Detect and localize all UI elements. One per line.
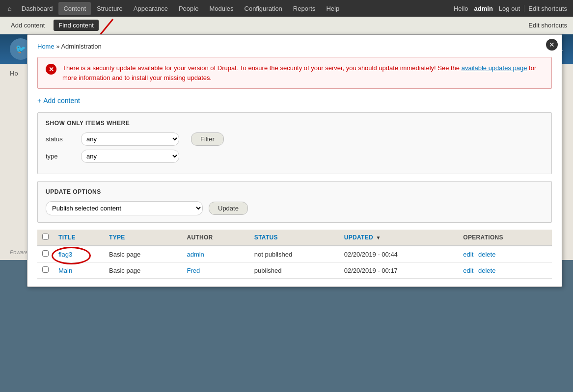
add-content-button[interactable]: Add content	[6, 20, 50, 31]
update-button[interactable]: Update	[209, 202, 248, 215]
sort-arrow-icon: ▼	[376, 235, 381, 240]
add-content-plus-icon: +	[37, 97, 41, 105]
table-row: flag3 Basic page admin not published 02/…	[37, 246, 552, 262]
update-options-box: UPDATE OPTIONS Publish selected content …	[37, 181, 552, 223]
update-row: Publish selected content Unpublish selec…	[46, 201, 544, 215]
update-options-title: UPDATE OPTIONS	[46, 188, 544, 195]
table-cell-title-1: flag3	[54, 246, 104, 262]
alert-message-prefix: There is a security update available for…	[62, 64, 462, 72]
security-alert: ✕ There is a security update available f…	[37, 57, 552, 89]
table-cell-status-1: not published	[249, 246, 339, 262]
alert-text: There is a security update available for…	[62, 63, 544, 82]
modal-content: Home » Administration ✕ There is a secur…	[27, 35, 562, 287]
modal-box: ✕ Home » Administration ✕ There is a sec…	[27, 34, 562, 287]
table-row: Main Basic page Fred published 02/20/201…	[37, 262, 552, 279]
modal-overlay: ✕ Home » Administration ✕ There is a sec…	[27, 34, 573, 392]
edit-row2-link[interactable]: edit	[463, 267, 473, 274]
alert-link[interactable]: available updates page	[462, 64, 527, 72]
flag3-link[interactable]: flag3	[58, 251, 72, 258]
table-header-title[interactable]: TITLE	[54, 230, 104, 246]
update-action-select[interactable]: Publish selected content Unpublish selec…	[46, 201, 203, 215]
select-all-checkbox[interactable]	[42, 234, 49, 240]
nav-structure[interactable]: Structure	[92, 2, 128, 15]
table-cell-title-2: Main	[54, 262, 104, 279]
table-header-operations: OPERATIONS	[458, 230, 552, 246]
table-header-author: AUTHOR	[182, 230, 249, 246]
edit-shortcuts-link[interactable]: Edit shortcuts	[524, 5, 569, 12]
filter-status-label: status	[46, 135, 75, 143]
nav-people[interactable]: People	[174, 2, 203, 15]
find-content-button[interactable]: Find content	[54, 20, 99, 31]
delete-row1-link[interactable]: delete	[478, 251, 495, 258]
nav-appearance[interactable]: Appearance	[129, 2, 173, 15]
hello-text: Hello	[452, 5, 470, 12]
table-cell-status-2: published	[249, 262, 339, 279]
main-link[interactable]: Main	[58, 267, 72, 274]
type-select[interactable]: any article basic page	[81, 150, 179, 163]
table-header-row: TITLE TYPE AUTHOR STATUS UPDATED ▼ OPERA…	[37, 230, 552, 246]
table-cell-type-1: Basic page	[104, 246, 182, 262]
flag3-circle-annotation	[52, 247, 91, 264]
nav-content[interactable]: Content	[58, 2, 91, 15]
table-cell-updated-2: 02/20/2019 - 00:17	[339, 262, 459, 279]
table-cell-ops-2: edit delete	[458, 262, 552, 279]
filter-box-title: SHOW ONLY ITEMS WHERE	[46, 120, 544, 127]
admin-toolbar: ⌂ Dashboard Content Structure Appearance…	[0, 0, 573, 17]
admin-bar-right: Hello admin Log out Edit shortcuts	[452, 5, 569, 12]
row-1-checkbox[interactable]	[42, 250, 49, 257]
modal-close-button[interactable]: ✕	[546, 39, 558, 51]
secondary-toolbar: Add content Find content Edit shortcuts	[0, 17, 573, 34]
nav-configuration[interactable]: Configuration	[240, 2, 287, 15]
breadcrumb-current: Administration	[61, 43, 101, 50]
content-table: TITLE TYPE AUTHOR STATUS UPDATED ▼ OPERA…	[37, 230, 552, 279]
nav-reports[interactable]: Reports	[288, 2, 321, 15]
filter-type-label: type	[46, 153, 75, 160]
table-cell-type-2: Basic page	[104, 262, 182, 279]
table-cell-checkbox-1	[37, 246, 54, 262]
nav-dashboard[interactable]: Dashboard	[17, 2, 58, 15]
nav-modules[interactable]: Modules	[204, 2, 238, 15]
filter-type-row: type any article basic page	[46, 150, 544, 163]
status-select[interactable]: any published not published	[81, 132, 179, 146]
add-content-label: Add content	[43, 97, 80, 105]
table-cell-ops-1: edit delete	[458, 246, 552, 262]
author-admin-link[interactable]: admin	[187, 251, 204, 258]
table-header-type[interactable]: TYPE	[104, 230, 182, 246]
table-cell-author-1: admin	[182, 246, 249, 262]
table-header-checkbox	[37, 230, 54, 246]
logout-link[interactable]: Log out	[497, 5, 522, 12]
filter-button[interactable]: Filter	[191, 132, 224, 146]
breadcrumb: Home » Administration	[37, 43, 552, 50]
breadcrumb-separator: »	[56, 43, 59, 50]
table-header-status[interactable]: STATUS	[249, 230, 339, 246]
nav-help[interactable]: Help	[321, 2, 344, 15]
table-cell-checkbox-2	[37, 262, 54, 279]
author-fred-link[interactable]: Fred	[187, 267, 200, 274]
table-cell-updated-1: 02/20/2019 - 00:44	[339, 246, 459, 262]
delete-row2-link[interactable]: delete	[478, 267, 495, 274]
admin-username: admin	[472, 5, 495, 12]
breadcrumb-home-link[interactable]: Home	[37, 43, 55, 50]
edit-row1-link[interactable]: edit	[463, 251, 473, 258]
table-header-updated[interactable]: UPDATED ▼	[339, 230, 459, 246]
edit-shortcuts-right[interactable]: Edit shortcuts	[528, 22, 567, 29]
home-icon[interactable]: ⌂	[4, 3, 16, 14]
filter-box: SHOW ONLY ITEMS WHERE status any publish…	[37, 112, 552, 174]
table-cell-author-2: Fred	[182, 262, 249, 279]
alert-icon: ✕	[46, 64, 56, 75]
row-2-checkbox[interactable]	[42, 266, 49, 273]
filter-status-row: status any published not published Filte…	[46, 132, 544, 146]
add-content-link[interactable]: + Add content	[37, 97, 80, 105]
